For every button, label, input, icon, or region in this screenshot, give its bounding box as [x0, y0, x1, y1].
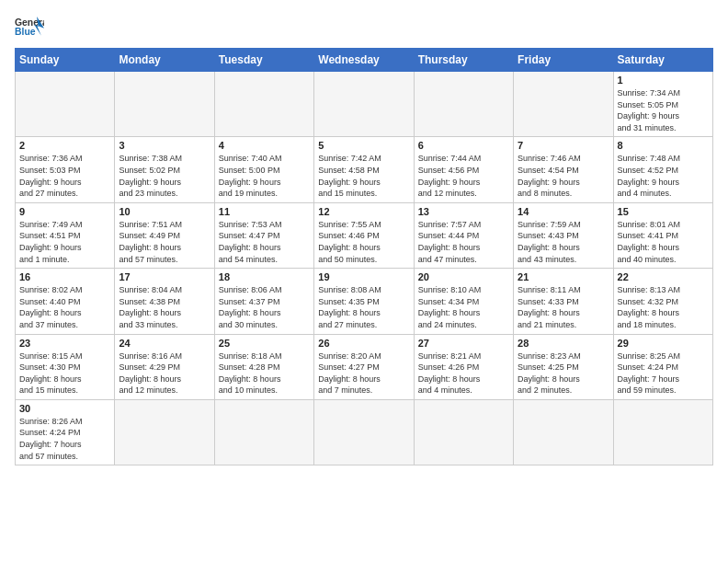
weekday-header-tuesday: Tuesday	[214, 49, 313, 72]
day-info: Sunrise: 8:01 AM Sunset: 4:41 PM Dayligh…	[618, 219, 709, 265]
calendar-cell	[314, 399, 414, 465]
day-info: Sunrise: 7:49 AM Sunset: 4:51 PM Dayligh…	[19, 219, 110, 265]
calendar-cell	[414, 72, 513, 137]
day-number: 3	[119, 140, 210, 151]
calendar-cell	[115, 72, 214, 137]
calendar-cell: 3Sunrise: 7:38 AM Sunset: 5:02 PM Daylig…	[115, 137, 214, 202]
calendar-cell: 16Sunrise: 8:02 AM Sunset: 4:40 PM Dayli…	[16, 269, 115, 334]
day-number: 1	[618, 75, 709, 86]
calendar-cell	[214, 72, 313, 137]
calendar-cell: 13Sunrise: 7:57 AM Sunset: 4:44 PM Dayli…	[414, 202, 513, 268]
day-number: 7	[518, 140, 609, 151]
weekday-header-sunday: Sunday	[16, 49, 115, 72]
calendar-cell: 28Sunrise: 8:23 AM Sunset: 4:25 PM Dayli…	[514, 334, 613, 399]
svg-text:Blue: Blue	[15, 27, 36, 37]
calendar-week-row: 2Sunrise: 7:36 AM Sunset: 5:03 PM Daylig…	[16, 137, 713, 202]
calendar-cell: 29Sunrise: 8:25 AM Sunset: 4:24 PM Dayli…	[613, 334, 712, 399]
calendar-cell: 27Sunrise: 8:21 AM Sunset: 4:26 PM Dayli…	[414, 334, 513, 399]
day-info: Sunrise: 7:36 AM Sunset: 5:03 PM Dayligh…	[19, 153, 110, 199]
day-number: 5	[318, 140, 409, 151]
day-info: Sunrise: 8:26 AM Sunset: 4:24 PM Dayligh…	[19, 416, 110, 462]
day-number: 8	[618, 140, 709, 151]
day-info: Sunrise: 7:55 AM Sunset: 4:46 PM Dayligh…	[318, 219, 409, 265]
calendar-week-row: 1Sunrise: 7:34 AM Sunset: 5:05 PM Daylig…	[16, 72, 713, 137]
weekday-header-row: SundayMondayTuesdayWednesdayThursdayFrid…	[16, 49, 713, 72]
day-info: Sunrise: 7:48 AM Sunset: 4:52 PM Dayligh…	[618, 153, 709, 199]
logo: General Blue	[15, 15, 44, 40]
day-number: 16	[19, 271, 110, 282]
day-number: 15	[618, 206, 709, 217]
calendar-cell: 24Sunrise: 8:16 AM Sunset: 4:29 PM Dayli…	[115, 334, 214, 399]
calendar-cell: 14Sunrise: 7:59 AM Sunset: 4:43 PM Dayli…	[514, 202, 613, 268]
day-number: 6	[418, 140, 509, 151]
day-info: Sunrise: 8:15 AM Sunset: 4:30 PM Dayligh…	[19, 350, 110, 396]
day-info: Sunrise: 8:20 AM Sunset: 4:27 PM Dayligh…	[318, 350, 409, 396]
day-number: 20	[418, 271, 509, 282]
calendar-week-row: 23Sunrise: 8:15 AM Sunset: 4:30 PM Dayli…	[16, 334, 713, 399]
day-info: Sunrise: 8:08 AM Sunset: 4:35 PM Dayligh…	[318, 284, 409, 330]
calendar-cell: 15Sunrise: 8:01 AM Sunset: 4:41 PM Dayli…	[613, 202, 712, 268]
calendar-cell	[514, 72, 613, 137]
calendar-cell: 20Sunrise: 8:10 AM Sunset: 4:34 PM Dayli…	[414, 269, 513, 334]
weekday-header-thursday: Thursday	[414, 49, 513, 72]
calendar-cell: 1Sunrise: 7:34 AM Sunset: 5:05 PM Daylig…	[613, 72, 712, 137]
day-info: Sunrise: 8:06 AM Sunset: 4:37 PM Dayligh…	[219, 284, 310, 330]
day-number: 26	[318, 338, 409, 349]
day-number: 10	[119, 206, 210, 217]
weekday-header-saturday: Saturday	[613, 49, 712, 72]
day-info: Sunrise: 7:40 AM Sunset: 5:00 PM Dayligh…	[219, 153, 310, 199]
day-number: 13	[418, 206, 509, 217]
calendar-week-row: 16Sunrise: 8:02 AM Sunset: 4:40 PM Dayli…	[16, 269, 713, 334]
day-info: Sunrise: 8:04 AM Sunset: 4:38 PM Dayligh…	[119, 284, 210, 330]
calendar-cell: 8Sunrise: 7:48 AM Sunset: 4:52 PM Daylig…	[613, 137, 712, 202]
day-number: 29	[618, 338, 709, 349]
calendar-cell: 26Sunrise: 8:20 AM Sunset: 4:27 PM Dayli…	[314, 334, 414, 399]
calendar-cell: 23Sunrise: 8:15 AM Sunset: 4:30 PM Dayli…	[16, 334, 115, 399]
day-number: 12	[318, 206, 409, 217]
day-info: Sunrise: 8:18 AM Sunset: 4:28 PM Dayligh…	[219, 350, 310, 396]
calendar-cell: 4Sunrise: 7:40 AM Sunset: 5:00 PM Daylig…	[214, 137, 313, 202]
day-info: Sunrise: 7:57 AM Sunset: 4:44 PM Dayligh…	[418, 219, 509, 265]
day-info: Sunrise: 8:23 AM Sunset: 4:25 PM Dayligh…	[518, 350, 609, 396]
calendar-table: SundayMondayTuesdayWednesdayThursdayFrid…	[15, 48, 713, 465]
calendar-week-row: 9Sunrise: 7:49 AM Sunset: 4:51 PM Daylig…	[16, 202, 713, 268]
calendar-cell: 5Sunrise: 7:42 AM Sunset: 4:58 PM Daylig…	[314, 137, 414, 202]
day-info: Sunrise: 7:42 AM Sunset: 4:58 PM Dayligh…	[318, 153, 409, 199]
calendar-cell: 19Sunrise: 8:08 AM Sunset: 4:35 PM Dayli…	[314, 269, 414, 334]
generalblue-logo-icon: General Blue	[15, 15, 44, 40]
day-info: Sunrise: 7:44 AM Sunset: 4:56 PM Dayligh…	[418, 153, 509, 199]
calendar-cell: 30Sunrise: 8:26 AM Sunset: 4:24 PM Dayli…	[16, 399, 115, 465]
calendar-cell	[115, 399, 214, 465]
calendar-cell: 6Sunrise: 7:44 AM Sunset: 4:56 PM Daylig…	[414, 137, 513, 202]
calendar-cell	[514, 399, 613, 465]
calendar-cell: 18Sunrise: 8:06 AM Sunset: 4:37 PM Dayli…	[214, 269, 313, 334]
day-info: Sunrise: 7:34 AM Sunset: 5:05 PM Dayligh…	[618, 87, 709, 133]
weekday-header-friday: Friday	[514, 49, 613, 72]
calendar-cell	[613, 399, 712, 465]
calendar-cell: 22Sunrise: 8:13 AM Sunset: 4:32 PM Dayli…	[613, 269, 712, 334]
day-number: 18	[219, 271, 310, 282]
day-info: Sunrise: 8:11 AM Sunset: 4:33 PM Dayligh…	[518, 284, 609, 330]
calendar-cell: 17Sunrise: 8:04 AM Sunset: 4:38 PM Dayli…	[115, 269, 214, 334]
day-info: Sunrise: 8:13 AM Sunset: 4:32 PM Dayligh…	[618, 284, 709, 330]
day-info: Sunrise: 7:38 AM Sunset: 5:02 PM Dayligh…	[119, 153, 210, 199]
calendar-week-row: 30Sunrise: 8:26 AM Sunset: 4:24 PM Dayli…	[16, 399, 713, 465]
calendar-cell: 21Sunrise: 8:11 AM Sunset: 4:33 PM Dayli…	[514, 269, 613, 334]
weekday-header-monday: Monday	[115, 49, 214, 72]
day-info: Sunrise: 8:21 AM Sunset: 4:26 PM Dayligh…	[418, 350, 509, 396]
calendar-cell: 9Sunrise: 7:49 AM Sunset: 4:51 PM Daylig…	[16, 202, 115, 268]
weekday-header-wednesday: Wednesday	[314, 49, 414, 72]
day-number: 9	[19, 206, 110, 217]
calendar-cell	[214, 399, 313, 465]
day-number: 24	[119, 338, 210, 349]
day-info: Sunrise: 8:16 AM Sunset: 4:29 PM Dayligh…	[119, 350, 210, 396]
page: General Blue SundayMondayTuesdayWednesda…	[0, 0, 728, 563]
day-info: Sunrise: 7:53 AM Sunset: 4:47 PM Dayligh…	[219, 219, 310, 265]
day-info: Sunrise: 8:25 AM Sunset: 4:24 PM Dayligh…	[618, 350, 709, 396]
calendar-cell: 7Sunrise: 7:46 AM Sunset: 4:54 PM Daylig…	[514, 137, 613, 202]
day-info: Sunrise: 7:51 AM Sunset: 4:49 PM Dayligh…	[119, 219, 210, 265]
day-number: 11	[219, 206, 310, 217]
day-number: 19	[318, 271, 409, 282]
day-number: 4	[219, 140, 310, 151]
day-number: 17	[119, 271, 210, 282]
